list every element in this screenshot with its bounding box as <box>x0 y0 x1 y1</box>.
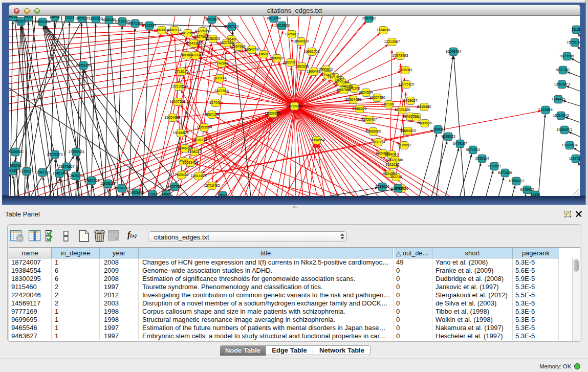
svg-text:16107552: 16107552 <box>169 100 185 103</box>
svg-text:2803144: 2803144 <box>212 76 226 80</box>
svg-text:8454749: 8454749 <box>245 48 258 51</box>
svg-text:10688609: 10688609 <box>365 129 381 133</box>
svg-text:7986372: 7986372 <box>353 107 366 111</box>
svg-text:12942737: 12942737 <box>34 170 50 174</box>
svg-text:12093873: 12093873 <box>554 82 570 86</box>
svg-text:15716485: 15716485 <box>204 184 220 187</box>
svg-text:9327508: 9327508 <box>220 41 233 45</box>
svg-text:8912954: 8912954 <box>181 31 194 35</box>
svg-text:16648784: 16648784 <box>445 50 461 53</box>
svg-text:8878334: 8878334 <box>193 138 207 142</box>
svg-text:13654923: 13654923 <box>400 129 416 133</box>
svg-text:3267130: 3267130 <box>205 113 219 116</box>
svg-text:3824554: 3824554 <box>359 91 373 94</box>
svg-text:1615132: 1615132 <box>385 163 399 166</box>
svg-text:2935114: 2935114 <box>475 157 489 160</box>
svg-text:18640910: 18640910 <box>293 39 309 43</box>
svg-text:23226058: 23226058 <box>194 29 210 33</box>
svg-text:19384554: 19384554 <box>309 138 324 142</box>
svg-text:16120746: 16120746 <box>387 158 403 162</box>
svg-text:18724007: 18724007 <box>287 104 302 108</box>
svg-text:20364436: 20364436 <box>345 98 361 101</box>
svg-text:12975115: 12975115 <box>399 82 415 86</box>
svg-text:92450: 92450 <box>530 193 540 196</box>
svg-text:16782759: 16782759 <box>114 186 129 190</box>
svg-text:18300295: 18300295 <box>265 112 280 115</box>
svg-text:11923448: 11923448 <box>128 191 144 194</box>
svg-text:1325419: 1325419 <box>285 32 298 36</box>
svg-text:8660124: 8660124 <box>167 28 181 32</box>
svg-text:1880724: 1880724 <box>371 140 385 144</box>
svg-text:11353594: 11353594 <box>197 125 212 129</box>
svg-text:1167534: 1167534 <box>569 157 580 160</box>
svg-text:7242848: 7242848 <box>214 61 228 65</box>
svg-text:16033809: 16033809 <box>204 17 220 21</box>
svg-text:9329966: 9329966 <box>560 54 574 58</box>
svg-text:7515524: 7515524 <box>142 24 156 27</box>
svg-text:1156829: 1156829 <box>20 169 34 173</box>
svg-text:20691406: 20691406 <box>34 20 50 24</box>
svg-text:317004: 317004 <box>209 101 221 104</box>
svg-text:14914479: 14914479 <box>190 174 206 178</box>
svg-text:8938923: 8938923 <box>441 135 455 138</box>
svg-text:7632621: 7632621 <box>487 164 501 168</box>
svg-text:19166825: 19166825 <box>172 131 188 135</box>
svg-text:23420046: 23420046 <box>187 53 203 57</box>
svg-text:6497568: 6497568 <box>337 88 351 92</box>
svg-text:99233: 99233 <box>9 16 18 18</box>
svg-text:1498222: 1498222 <box>187 150 201 154</box>
svg-text:1570: 1570 <box>179 159 187 163</box>
svg-text:1588520: 1588520 <box>270 56 284 60</box>
svg-text:82160: 82160 <box>384 102 394 106</box>
svg-text:19046746: 19046746 <box>177 146 192 150</box>
svg-text:2087682: 2087682 <box>362 16 376 20</box>
svg-text:20206573: 20206573 <box>47 152 62 156</box>
svg-text:7575692: 7575692 <box>397 143 411 147</box>
svg-text:764: 764 <box>413 115 420 119</box>
svg-text:9699695: 9699695 <box>418 121 431 125</box>
svg-text:8186323: 8186323 <box>206 37 220 40</box>
svg-text:5322037: 5322037 <box>284 60 297 64</box>
svg-text:11128: 11128 <box>572 28 580 31</box>
svg-text:16210643: 16210643 <box>553 114 569 117</box>
svg-text:20053346: 20053346 <box>75 63 91 67</box>
svg-text:8427552: 8427552 <box>214 89 228 93</box>
svg-text:10654122: 10654122 <box>508 179 524 183</box>
svg-text:7663822: 7663822 <box>155 28 168 32</box>
svg-text:16933: 16933 <box>50 16 60 18</box>
svg-text:17957225: 17957225 <box>83 179 99 182</box>
svg-text:7625402: 7625402 <box>175 173 188 177</box>
svg-text:16543382: 16543382 <box>185 41 201 45</box>
svg-text:2718176: 2718176 <box>175 70 188 73</box>
svg-text:9777169: 9777169 <box>335 80 349 84</box>
svg-text:935061: 935061 <box>10 164 21 167</box>
svg-text:1413616: 1413616 <box>375 185 389 188</box>
svg-text:99159: 99159 <box>9 169 17 172</box>
svg-text:12213369: 12213369 <box>170 84 186 88</box>
svg-text:7485063: 7485063 <box>398 68 412 72</box>
svg-text:12505135: 12505135 <box>68 174 83 178</box>
svg-text:15671: 15671 <box>217 193 228 196</box>
svg-text:20127: 20127 <box>64 16 75 19</box>
svg-text:15692971: 15692971 <box>556 128 572 132</box>
svg-text:9245052: 9245052 <box>520 188 534 191</box>
svg-text:1145194: 1145194 <box>53 171 67 175</box>
svg-text:10973493: 10973493 <box>392 54 408 57</box>
svg-text:1362635: 1362635 <box>295 64 309 68</box>
svg-text:15751074: 15751074 <box>567 40 580 44</box>
svg-text:14055712: 14055712 <box>13 19 29 23</box>
svg-text:8813054: 8813054 <box>267 16 280 20</box>
svg-text:252214: 252214 <box>390 175 402 179</box>
svg-text:10607480: 10607480 <box>369 96 385 99</box>
svg-text:8471626: 8471626 <box>498 171 512 174</box>
svg-text:17016504: 17016504 <box>561 143 577 147</box>
svg-text:94567: 94567 <box>161 192 171 196</box>
svg-text:10025438: 10025438 <box>394 108 410 112</box>
svg-text:8245032: 8245032 <box>391 186 405 190</box>
svg-text:9474444: 9474444 <box>466 148 480 151</box>
svg-text:10655287: 10655287 <box>74 16 90 20</box>
svg-text:9457791: 9457791 <box>167 185 181 188</box>
svg-text:19218506: 19218506 <box>274 24 290 27</box>
svg-text:5215955: 5215955 <box>538 108 552 112</box>
svg-text:1244415: 1244415 <box>551 97 565 101</box>
